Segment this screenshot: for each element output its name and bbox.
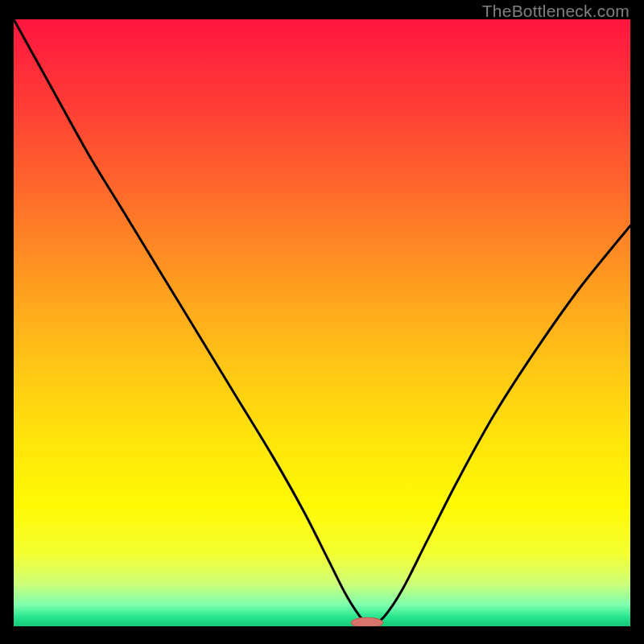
watermark-text: TheBottleneck.com [482, 2, 630, 21]
bottleneck-chart [14, 19, 630, 626]
chart-frame [14, 19, 630, 631]
gradient-background [14, 19, 630, 626]
optimal-point-marker [351, 617, 383, 626]
